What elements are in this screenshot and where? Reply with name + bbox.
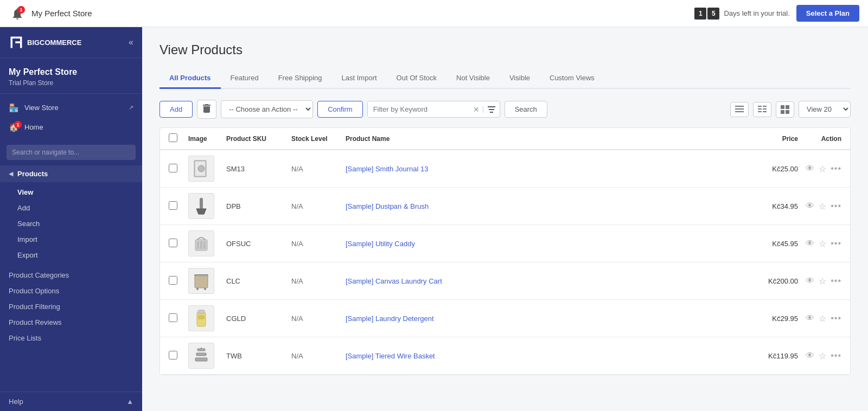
sidebar-link-product-categories[interactable]: Product Categories	[0, 267, 142, 283]
filter-input[interactable]	[368, 101, 470, 117]
grid-view-button[interactable]	[776, 101, 794, 118]
table-row: CGLD N/A [Sample] Laundry Detergent Kč29…	[160, 300, 850, 337]
row5-more-icon[interactable]: •••	[831, 313, 841, 323]
sidebar-sub-item-add[interactable]: Add	[0, 200, 142, 216]
sidebar-sub-item-search[interactable]: Search	[0, 216, 142, 232]
row1-checkbox[interactable]	[169, 164, 188, 174]
row5-actions: 👁 ☆ •••	[798, 313, 841, 324]
sidebar-link-product-options[interactable]: Product Options	[0, 283, 142, 299]
top-header: 1 My Perfect Store 1 5 Days left in your…	[0, 0, 868, 27]
row5-view-icon[interactable]: 👁	[806, 313, 814, 323]
row5-product-link[interactable]: [Sample] Laundry Detergent	[346, 314, 434, 323]
trial-day1: 1	[694, 8, 706, 20]
row6-star-icon[interactable]: ☆	[819, 351, 826, 361]
tab-visible[interactable]: Visible	[500, 68, 540, 89]
content-area: View Products All Products Featured Free…	[142, 27, 868, 411]
sidebar: BIGCOMMERCE « My Perfect Store Trial Pla…	[0, 27, 142, 411]
row4-view-icon[interactable]: 👁	[806, 276, 814, 286]
row6-check[interactable]	[169, 351, 177, 359]
row2-checkbox[interactable]	[169, 201, 188, 211]
svg-rect-19	[200, 198, 203, 209]
sidebar-sub-item-export[interactable]: Export	[0, 247, 142, 263]
sidebar-link-items: Product Categories Product Options Produ…	[0, 267, 142, 346]
action-select[interactable]: -- Choose an Action --	[221, 100, 313, 118]
page-title: View Products	[159, 42, 851, 57]
row2-check[interactable]	[169, 201, 177, 210]
row4-more-icon[interactable]: •••	[831, 276, 841, 286]
notification-bell[interactable]: 1	[9, 5, 26, 22]
row4-checkbox[interactable]	[169, 276, 188, 286]
filter-clear-button[interactable]: ✕	[470, 105, 483, 114]
row2-price: Kč34.95	[733, 202, 798, 210]
row1-check[interactable]	[169, 164, 177, 172]
store-name: My Perfect Store	[9, 67, 133, 78]
list-view-button[interactable]	[730, 102, 749, 117]
row3-check[interactable]	[169, 239, 177, 247]
svg-rect-10	[758, 111, 762, 112]
row6-checkbox[interactable]	[169, 351, 188, 361]
tab-all-products[interactable]: All Products	[159, 68, 221, 89]
products-section-header[interactable]: ◀ Products	[0, 165, 142, 182]
tab-not-visible[interactable]: Not Visible	[446, 68, 500, 89]
row3-stock: N/A	[291, 240, 346, 248]
search-input[interactable]	[7, 145, 136, 160]
row6-product-link[interactable]: [Sample] Tiered Wire Basket	[346, 352, 435, 360]
row3-product-link[interactable]: [Sample] Utility Caddy	[346, 240, 415, 248]
row3-checkbox[interactable]	[169, 239, 188, 249]
select-plan-button[interactable]: Select a Plan	[796, 5, 859, 22]
delete-button[interactable]	[197, 100, 216, 119]
tab-last-import[interactable]: Last Import	[332, 68, 387, 89]
notification-count: 1	[17, 6, 25, 14]
row3-more-icon[interactable]: •••	[831, 239, 841, 248]
sidebar-item-view-store[interactable]: 🏪 View Store ↗	[0, 98, 142, 118]
tab-free-shipping[interactable]: Free Shipping	[269, 68, 332, 89]
svg-rect-23	[203, 241, 206, 249]
row4-star-icon[interactable]: ☆	[819, 276, 826, 286]
row1-price: Kč25.00	[733, 165, 798, 173]
row2-actions: 👁 ☆ •••	[798, 201, 841, 211]
row2-more-icon[interactable]: •••	[831, 201, 841, 211]
tab-featured[interactable]: Featured	[221, 68, 269, 89]
row2-view-icon[interactable]: 👁	[806, 201, 814, 211]
row1-product-link[interactable]: [Sample] Smith Journal 13	[346, 165, 428, 173]
sidebar-sub-item-import[interactable]: Import	[0, 232, 142, 247]
home-label: Home	[24, 123, 43, 131]
sidebar-item-home[interactable]: 🏠 1 Home	[0, 118, 142, 137]
table-header: Image Product SKU Stock Level Product Na…	[160, 128, 850, 150]
sidebar-bottom[interactable]: Help ▲	[0, 391, 142, 411]
add-button[interactable]: Add	[159, 101, 193, 118]
row6-more-icon[interactable]: •••	[831, 351, 841, 361]
sidebar-search[interactable]	[0, 142, 142, 163]
th-sku: Product SKU	[226, 135, 291, 143]
filter-options-icon[interactable]	[483, 106, 500, 113]
row2-product-link[interactable]: [Sample] Dustpan & Brush	[346, 202, 429, 210]
search-button[interactable]: Search	[505, 101, 547, 118]
row5-checkbox[interactable]	[169, 313, 188, 324]
tab-custom-views[interactable]: Custom Views	[540, 68, 604, 89]
confirm-button[interactable]: Confirm	[317, 101, 363, 118]
row1-more-icon[interactable]: •••	[831, 164, 841, 174]
row5-check[interactable]	[169, 313, 177, 322]
row1-name: [Sample] Smith Journal 13	[346, 165, 733, 173]
row6-view-icon[interactable]: 👁	[806, 351, 814, 361]
sidebar-link-product-filtering[interactable]: Product Filtering	[0, 299, 142, 314]
sidebar-link-product-reviews[interactable]: Product Reviews	[0, 314, 142, 330]
row3-star-icon[interactable]: ☆	[819, 239, 826, 249]
row1-view-icon[interactable]: 👁	[806, 164, 814, 174]
svg-rect-12	[781, 105, 784, 109]
view-count-select[interactable]: View 20 View 50 View 100	[799, 101, 851, 118]
select-all-checkbox[interactable]	[169, 133, 177, 142]
row4-check[interactable]	[169, 276, 177, 285]
row1-star-icon[interactable]: ☆	[819, 164, 826, 174]
row2-star-icon[interactable]: ☆	[819, 201, 826, 211]
sidebar-link-price-lists[interactable]: Price Lists	[0, 330, 142, 346]
row5-star-icon[interactable]: ☆	[819, 313, 826, 324]
svg-rect-22	[200, 241, 202, 249]
row4-product-link[interactable]: [Sample] Canvas Laundry Cart	[346, 277, 442, 285]
tab-out-of-stock[interactable]: Out Of Stock	[387, 68, 446, 89]
compact-view-button[interactable]	[753, 102, 771, 117]
sidebar-collapse-button[interactable]: «	[129, 37, 133, 47]
svg-marker-1	[15, 37, 22, 42]
row3-view-icon[interactable]: 👁	[806, 239, 814, 248]
sidebar-sub-item-view[interactable]: View	[0, 184, 142, 200]
